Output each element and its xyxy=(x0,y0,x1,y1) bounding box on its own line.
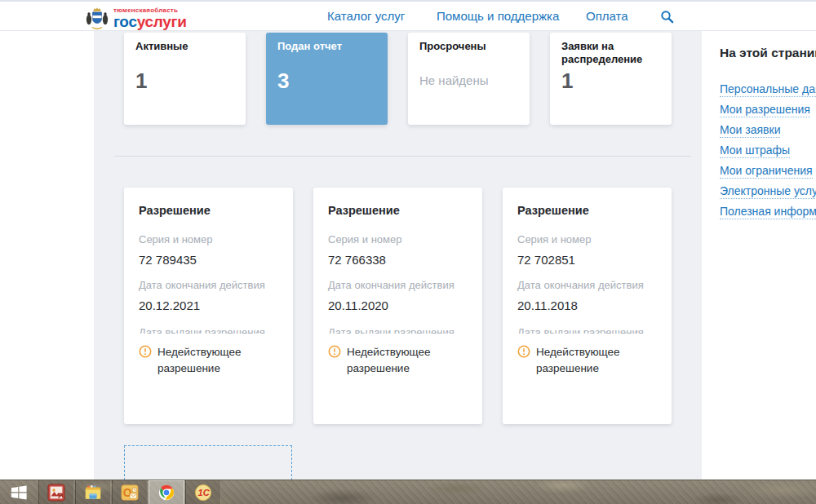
tyumen-coat-of-arms-icon xyxy=(85,6,109,30)
windows-taskbar: O 1С xyxy=(0,480,816,504)
permit-title: Разрешение xyxy=(517,204,660,217)
status-card-distribution-requests[interactable]: Заявки на распределение 1 xyxy=(550,33,672,125)
picture-manager-icon xyxy=(47,484,65,502)
serial-label: Серия и номер xyxy=(517,233,660,245)
status-card-active[interactable]: Активные 1 xyxy=(124,33,246,125)
sidebar-link-my-restrictions[interactable]: Мои ограничения xyxy=(720,164,813,179)
status-card-value: 1 xyxy=(561,69,573,94)
serial-value: 72 766338 xyxy=(328,253,471,267)
status-card-report-submitted[interactable]: Подан отчет 3 xyxy=(266,33,388,125)
nav-link-catalog[interactable]: Каталог услуг xyxy=(327,2,405,33)
taskbar-item-chrome[interactable] xyxy=(149,480,184,504)
sidebar-link-personal-data[interactable]: Персональные данные xyxy=(720,82,816,97)
permit-status: Недействующее разрешение xyxy=(517,344,660,377)
sidebar-title: На этой странице xyxy=(702,31,816,60)
start-button[interactable] xyxy=(0,480,38,504)
sidebar-link-my-requests[interactable]: Мои заявки xyxy=(720,123,780,138)
serial-label: Серия и номер xyxy=(328,233,471,245)
warning-icon xyxy=(328,345,341,358)
serial-value: 72 789435 xyxy=(139,253,282,267)
status-card-value: 1 xyxy=(135,69,147,94)
windows-start-icon xyxy=(10,484,28,502)
sidebar-links: Персональные данные Мои разрешения Мои з… xyxy=(720,82,816,218)
logo-text: тюменскаяобласть госуслуги xyxy=(113,4,187,29)
status-card-overdue[interactable]: Просрочены Не найдены xyxy=(408,33,530,125)
top-nav: тюменскаяобласть госуслуги Каталог услуг… xyxy=(0,0,816,31)
permit-card[interactable]: Разрешение Серия и номер 72 702851 Дата … xyxy=(503,188,672,424)
expiry-label: Дата окончания действия xyxy=(328,279,471,291)
sidebar-link-my-permits[interactable]: Мои разрешения xyxy=(720,103,810,117)
warning-icon xyxy=(517,345,530,358)
taskbar-item-outlook[interactable]: O xyxy=(112,480,148,504)
taskbar-item-picture-manager[interactable] xyxy=(38,480,74,504)
outlook-icon: O xyxy=(121,484,139,502)
issue-date-label-clipped: Дата выдачи разрешения xyxy=(328,326,471,334)
onec-icon: 1С xyxy=(194,484,212,502)
permit-title: Разрешение xyxy=(139,204,282,217)
serial-label: Серия и номер xyxy=(139,233,282,245)
sidebar-link-e-services[interactable]: Электронные услуги xyxy=(720,184,816,199)
nav-link-payment[interactable]: Оплата xyxy=(586,2,628,33)
status-card-label: Активные xyxy=(124,33,246,53)
permit-status-text: Недействующее разрешение xyxy=(536,344,628,377)
sidebar-link-my-fines[interactable]: Мои штрафы xyxy=(720,144,790,158)
taskbar-item-1c[interactable]: 1С xyxy=(185,480,221,504)
file-explorer-icon xyxy=(84,484,102,502)
warning-icon xyxy=(139,345,152,358)
expiry-label: Дата окончания действия xyxy=(517,279,660,291)
expiry-value: 20.11.2020 xyxy=(328,298,471,312)
search-icon[interactable] xyxy=(660,10,674,24)
status-card-value: Не найдены xyxy=(419,73,489,87)
issue-date-label-clipped: Дата выдачи разрешения xyxy=(517,326,660,334)
expiry-label: Дата окончания действия xyxy=(139,279,282,291)
on-this-page-sidebar: На этой странице Персональные данные Мои… xyxy=(702,31,816,480)
permit-card[interactable]: Разрешение Серия и номер 72 789435 Дата … xyxy=(124,188,293,424)
issue-date-label-clipped: Дата выдачи разрешения xyxy=(139,326,282,334)
status-card-label: Просрочены xyxy=(408,33,530,53)
expiry-value: 20.11.2018 xyxy=(517,298,660,312)
svg-text:1С: 1С xyxy=(198,488,211,497)
gosuslugi-logo[interactable]: тюменскаяобласть госуслуги xyxy=(85,4,187,30)
sidebar-link-useful-info[interactable]: Полезная информация xyxy=(720,205,816,219)
permit-status: Недействующее разрешение xyxy=(328,344,471,377)
status-card-label: Подан отчет xyxy=(266,33,388,53)
chrome-icon xyxy=(157,484,175,502)
section-divider xyxy=(114,156,691,157)
permit-card[interactable]: Разрешение Серия и номер 72 766338 Дата … xyxy=(313,188,482,424)
status-card-value: 3 xyxy=(277,69,289,94)
expiry-value: 20.12.2021 xyxy=(139,298,282,312)
permit-title: Разрешение xyxy=(328,204,471,217)
logo-brand-label: госуслуги xyxy=(113,14,187,29)
permit-status-text: Недействующее разрешение xyxy=(157,344,249,377)
permit-status: Недействующее разрешение xyxy=(139,344,282,377)
desktop-screen: { "nav": { "region": "тюменскаяобласть",… xyxy=(0,0,816,504)
status-card-label: Заявки на распределение xyxy=(550,33,672,66)
taskbar-item-file-explorer[interactable] xyxy=(75,480,111,504)
nav-link-help[interactable]: Помощь и поддержка xyxy=(437,2,559,33)
permit-status-text: Недействующее разрешение xyxy=(347,344,438,377)
serial-value: 72 702851 xyxy=(517,253,660,267)
